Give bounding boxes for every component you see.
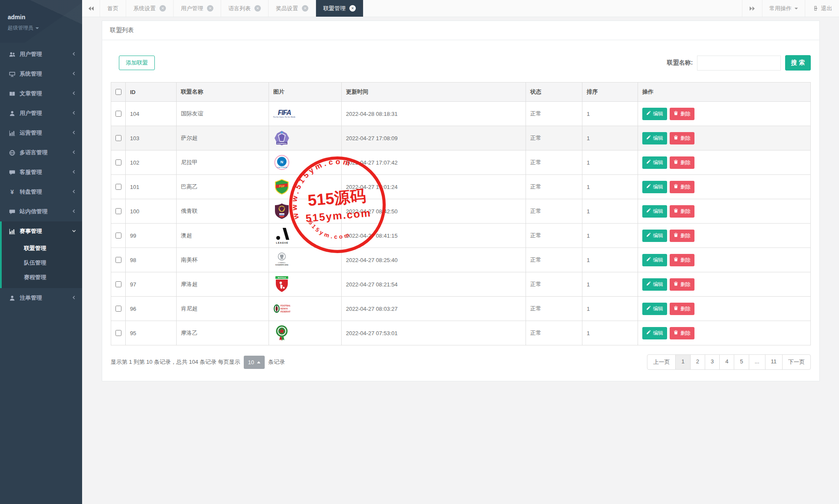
tab-close-icon[interactable]: ×	[302, 5, 308, 12]
edit-button[interactable]: 编辑	[642, 327, 667, 339]
summary-suffix: 条记录	[268, 358, 285, 366]
cell-logo: FIFAFor the Game. For the World.	[269, 102, 342, 126]
page-2-button[interactable]: 2	[690, 355, 705, 369]
page-prev-button[interactable]: 上一页	[647, 355, 675, 369]
page-size-dropdown[interactable]: 10	[244, 356, 265, 369]
row-checkbox[interactable]	[115, 184, 121, 190]
tabs-scroll-right-button[interactable]	[742, 0, 762, 17]
tab-联盟管理[interactable]: 联盟管理×	[316, 0, 363, 17]
sidebar-item-站内信管理[interactable]: 站内信管理	[0, 202, 82, 221]
league-logo-nicaragua: NLIGA PRIMERA	[273, 153, 290, 172]
table-row-97: 97摩洛超BOTOLA2022-04-27 08:21:54正常1编辑删除	[111, 272, 811, 297]
delete-button[interactable]: 删除	[670, 108, 694, 120]
page-11-button[interactable]: 11	[765, 355, 783, 369]
select-all-checkbox[interactable]	[115, 89, 121, 95]
sidebar-item-系统管理[interactable]: 系统管理	[0, 64, 82, 84]
trash-icon	[674, 111, 678, 117]
cell-logo: BOTOLA	[269, 272, 342, 297]
profile-role-dropdown[interactable]: 超级管理员	[8, 24, 74, 32]
sidebar-item-运营管理[interactable]: 运营管理	[0, 123, 82, 143]
delete-button[interactable]: 删除	[670, 181, 694, 193]
sidebar-item-label: 用户管理	[20, 50, 42, 58]
delete-button[interactable]: 删除	[670, 278, 694, 291]
sidebar-subitem-队伍管理[interactable]: 队伍管理	[2, 256, 82, 270]
row-checkbox[interactable]	[115, 159, 121, 165]
cell-league-name: 摩洛超	[177, 272, 269, 297]
tabs-scroll-left-button[interactable]	[82, 0, 100, 17]
tab-label: 奖品设置	[276, 5, 298, 12]
edit-button[interactable]: 编辑	[642, 303, 667, 315]
row-checkbox[interactable]	[115, 233, 121, 239]
sidebar-subitem-联盟管理[interactable]: 联盟管理	[2, 241, 82, 256]
edit-button[interactable]: 编辑	[642, 230, 667, 242]
svg-text:PRIMERA: PRIMERA	[277, 142, 287, 144]
edit-icon	[646, 184, 651, 190]
row-checkbox[interactable]	[115, 306, 121, 312]
trash-icon	[674, 135, 678, 141]
edit-button[interactable]: 编辑	[642, 181, 667, 193]
tab-系统设置[interactable]: 系统设置×	[126, 0, 174, 17]
sidebar-item-文章管理[interactable]: 文章管理	[0, 84, 82, 103]
page-5-button[interactable]: 5	[734, 355, 748, 369]
edit-button[interactable]: 编辑	[642, 278, 667, 291]
edit-button[interactable]: 编辑	[642, 254, 667, 266]
sidebar-item-用户管理[interactable]: 用户管理	[0, 44, 82, 64]
cell-updated-time: 2022-04-28 08:18:31	[342, 102, 526, 126]
sidebar-item-注单管理[interactable]: 注单管理	[0, 288, 82, 308]
delete-button[interactable]: 删除	[670, 254, 694, 266]
row-checkbox[interactable]	[115, 111, 121, 117]
cell-id: 104	[126, 102, 177, 126]
sidebar-item-赛事管理[interactable]: 赛事管理联盟管理队伍管理赛程管理	[0, 221, 82, 288]
edit-button[interactable]: 编辑	[642, 132, 667, 144]
cell-sort: 1	[582, 321, 638, 345]
add-league-button[interactable]: 添加联盟	[119, 56, 155, 70]
logout-button[interactable]: 退出	[805, 0, 839, 17]
row-checkbox[interactable]	[115, 257, 121, 263]
row-checkbox[interactable]	[115, 208, 121, 214]
sidebar-item-客服管理[interactable]: 客服管理	[0, 162, 82, 182]
edit-button[interactable]: 编辑	[642, 156, 667, 169]
sidebar-item-多语言管理[interactable]: 多语言管理	[0, 143, 82, 162]
column-header-更新时间: 更新时间	[342, 83, 526, 102]
page-4-button[interactable]: 4	[719, 355, 734, 369]
sidebar-item-转盘管理[interactable]: ¥转盘管理	[0, 182, 82, 202]
delete-button[interactable]: 删除	[670, 132, 694, 144]
sidebar-nav: 用户管理系统管理文章管理用户管理运营管理多语言管理客服管理¥转盘管理站内信管理赛…	[0, 44, 82, 308]
tab-label: 系统设置	[133, 5, 156, 12]
search-button[interactable]: 搜 索	[785, 55, 811, 71]
row-checkbox[interactable]	[115, 330, 121, 336]
delete-button[interactable]: 删除	[670, 327, 694, 339]
tab-语言列表[interactable]: 语言列表×	[221, 0, 269, 17]
table-header-row: ID联盟名称图片更新时间状态排序操作	[111, 83, 811, 102]
edit-button[interactable]: 编辑	[642, 108, 667, 120]
league-logo-aleague: LEAGUE	[273, 226, 290, 245]
delete-button[interactable]: 删除	[670, 205, 694, 218]
edit-button[interactable]: 编辑	[642, 205, 667, 218]
league-logo-botola: BOTOLA	[273, 275, 290, 294]
row-checkbox[interactable]	[115, 281, 121, 287]
common-actions-dropdown[interactable]: 常用操作	[762, 0, 805, 17]
page-3-button[interactable]: 3	[705, 355, 719, 369]
tab-close-icon[interactable]: ×	[254, 5, 261, 12]
page-next-button[interactable]: 下一页	[782, 355, 810, 369]
tab-close-icon[interactable]: ×	[207, 5, 213, 12]
tab-close-icon[interactable]: ×	[349, 5, 356, 12]
tab-用户管理[interactable]: 用户管理×	[174, 0, 221, 17]
edit-icon	[646, 111, 651, 117]
sidebar-subitem-赛程管理[interactable]: 赛程管理	[2, 270, 82, 285]
delete-button[interactable]: 删除	[670, 230, 694, 242]
sidebar-item-用户管理[interactable]: 用户管理	[0, 103, 82, 123]
row-checkbox[interactable]	[115, 135, 121, 141]
tab-首页[interactable]: 首页	[100, 0, 126, 17]
double-chevron-left-icon	[88, 6, 94, 11]
sidebar-profile[interactable]: admin 超级管理员	[0, 0, 82, 43]
league-name-input[interactable]	[697, 56, 781, 71]
tabbar-right: 常用操作 退出	[742, 0, 839, 17]
delete-button[interactable]: 删除	[670, 156, 694, 169]
tab-奖品设置[interactable]: 奖品设置×	[269, 0, 316, 17]
tab-close-icon[interactable]: ×	[160, 5, 166, 12]
league-logo-fifa: FIFAFor the Game. For the World.	[273, 104, 295, 123]
page-1-button[interactable]: 1	[675, 355, 690, 369]
caret-down-icon	[35, 27, 39, 29]
delete-button[interactable]: 删除	[670, 303, 694, 315]
